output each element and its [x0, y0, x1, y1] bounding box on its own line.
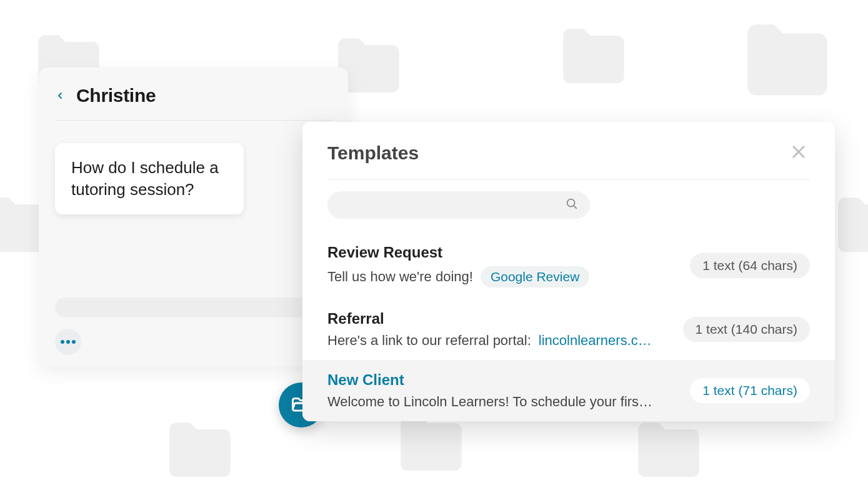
template-name: New Client	[327, 371, 680, 389]
template-item[interactable]: Referral Here's a link to our referral p…	[327, 299, 810, 360]
template-preview: Tell us how we're doing! Google Review	[327, 266, 680, 288]
template-count-badge: 1 text (140 chars)	[683, 317, 810, 342]
template-link: lincolnlearners.c…	[539, 332, 652, 349]
search-input[interactable]	[327, 191, 590, 219]
back-button[interactable]	[55, 88, 65, 104]
chat-contact-name: Christine	[76, 85, 156, 106]
templates-title: Templates	[327, 142, 419, 164]
chat-message-bubble: How do I schedule a tutoring session?	[55, 143, 244, 214]
search-icon	[565, 197, 579, 213]
close-icon	[790, 143, 807, 161]
svg-line-3	[574, 206, 576, 208]
ellipsis-icon	[61, 340, 64, 344]
template-preview: Welcome to Lincoln Learners! To schedule…	[327, 394, 680, 410]
template-item[interactable]: New Client Welcome to Lincoln Learners! …	[302, 360, 835, 421]
chat-panel: Christine How do I schedule a tutoring s…	[39, 68, 348, 366]
search-field-wrap	[327, 191, 590, 219]
template-name: Referral	[327, 310, 673, 328]
more-options-button[interactable]	[55, 329, 81, 355]
chat-header: Christine	[55, 85, 332, 121]
template-preview: Here's a link to our referral portal: li…	[327, 332, 673, 349]
templates-header: Templates	[327, 141, 810, 180]
templates-modal: Templates Review Request Tell us how we'…	[302, 122, 835, 421]
chat-message-text: How do I schedule a tutoring session?	[71, 158, 219, 199]
template-tag: Google Review	[481, 266, 589, 288]
close-button[interactable]	[787, 141, 810, 166]
template-count-badge: 1 text (64 chars)	[690, 253, 810, 278]
templates-list: Review Request Tell us how we're doing! …	[327, 232, 810, 421]
template-item[interactable]: Review Request Tell us how we're doing! …	[327, 232, 810, 299]
chevron-left-icon	[55, 88, 65, 104]
template-name: Review Request	[327, 244, 680, 261]
template-count-badge: 1 text (71 chars)	[690, 378, 810, 403]
chat-input[interactable]	[55, 298, 332, 318]
